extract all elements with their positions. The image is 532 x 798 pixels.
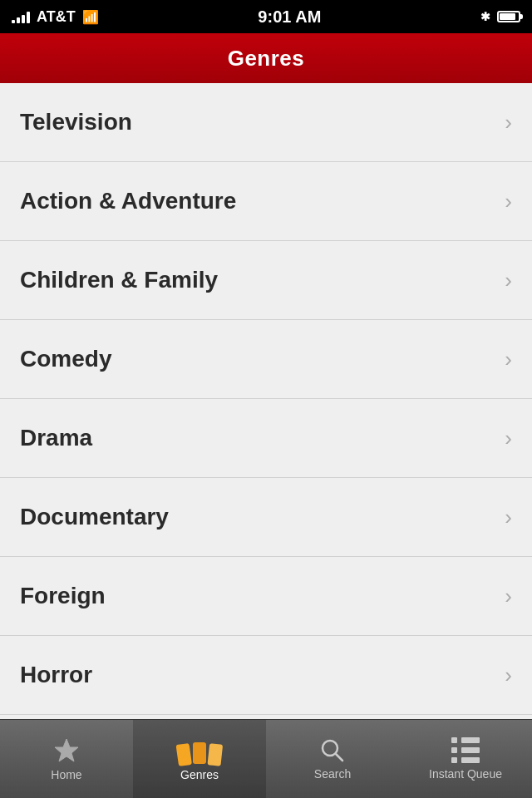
chevron-right-icon: › xyxy=(505,584,512,609)
genre-item[interactable]: Documentary › xyxy=(0,478,532,557)
tab-home-label: Home xyxy=(51,768,81,781)
signal-bars-icon xyxy=(12,10,30,23)
svg-marker-0 xyxy=(55,739,78,761)
chevron-right-icon: › xyxy=(505,110,512,135)
chevron-right-icon: › xyxy=(505,189,512,214)
svg-line-2 xyxy=(336,754,342,761)
home-icon xyxy=(53,737,80,764)
chevron-right-icon: › xyxy=(505,347,512,372)
tab-bar: Home Genres Search Instant Queue xyxy=(0,719,532,798)
genres-icon xyxy=(177,737,222,764)
genre-label: Documentary xyxy=(20,504,169,530)
bluetooth-icon: ✱ xyxy=(480,10,490,23)
tab-genres[interactable]: Genres xyxy=(133,720,266,798)
tab-queue-label: Instant Queue xyxy=(429,767,502,781)
tab-genres-label: Genres xyxy=(180,768,219,781)
status-right: ✱ xyxy=(480,10,520,23)
genre-item[interactable]: Television › xyxy=(0,83,532,162)
tab-search-label: Search xyxy=(314,767,351,781)
genre-label: Horror xyxy=(20,662,92,688)
status-time: 9:01 AM xyxy=(258,7,321,27)
genre-label: Comedy xyxy=(20,346,111,372)
genre-label: Foreign xyxy=(20,583,106,609)
queue-icon xyxy=(451,737,480,763)
genre-label: Action & Adventure xyxy=(20,188,236,214)
genre-item[interactable]: Horror › xyxy=(0,636,532,715)
chevron-right-icon: › xyxy=(505,663,512,688)
tab-search[interactable]: Search xyxy=(266,720,399,798)
genre-item[interactable]: Action & Adventure › xyxy=(0,162,532,241)
genre-item[interactable]: Children & Family › xyxy=(0,241,532,320)
battery-icon xyxy=(497,11,520,22)
genre-item[interactable]: Comedy › xyxy=(0,320,532,399)
search-icon xyxy=(320,738,345,763)
tab-queue[interactable]: Instant Queue xyxy=(399,720,532,798)
page-header: Genres xyxy=(0,33,532,83)
wifi-icon: 📶 xyxy=(82,9,99,25)
tab-home[interactable]: Home xyxy=(0,720,133,798)
genre-label: Drama xyxy=(20,425,92,451)
carrier-label: AT&T xyxy=(37,8,76,26)
genre-list: Television › Action & Adventure › Childr… xyxy=(0,83,532,719)
chevron-right-icon: › xyxy=(505,505,512,530)
status-left: AT&T 📶 xyxy=(12,8,99,26)
genre-label: Television xyxy=(20,109,132,135)
genre-item[interactable]: Foreign › xyxy=(0,557,532,636)
chevron-right-icon: › xyxy=(505,426,512,451)
genre-label: Children & Family xyxy=(20,267,218,293)
page-title: Genres xyxy=(228,46,305,71)
chevron-right-icon: › xyxy=(505,268,512,293)
status-bar: AT&T 📶 9:01 AM ✱ xyxy=(0,0,532,33)
genre-item[interactable]: Drama › xyxy=(0,399,532,478)
